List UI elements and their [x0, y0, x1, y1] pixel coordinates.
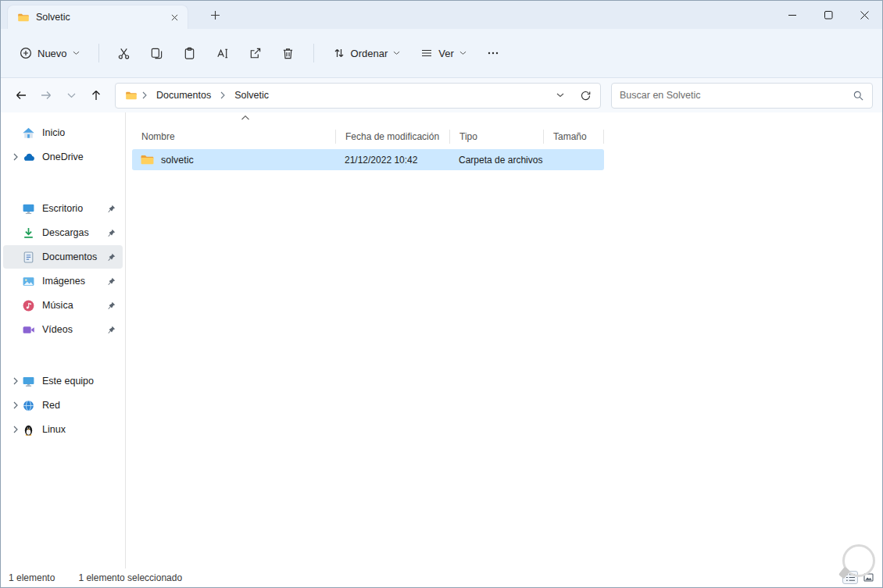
item-count: 1 elemento [9, 572, 55, 583]
music-icon [22, 299, 35, 312]
column-header-fecha[interactable]: Fecha de modificación [335, 130, 449, 144]
sidebar-item-este-equipo[interactable]: Este equipo [3, 369, 123, 393]
chevron-right-icon[interactable] [9, 401, 22, 409]
trash-icon [281, 47, 295, 60]
file-row-solvetic[interactable]: solvetic 21/12/2022 10:42 Carpeta de arc… [132, 149, 604, 170]
sidebar-item-videos[interactable]: Vídeos [3, 318, 123, 341]
address-bar: Documentos Solvetic [1, 78, 882, 112]
sidebar-group-gap [1, 169, 125, 196]
download-icon [22, 226, 35, 240]
view-list-icon [420, 47, 433, 59]
column-header-nombre[interactable]: Nombre [132, 130, 335, 144]
sort-button[interactable]: Ordenar [325, 40, 409, 66]
desktop-icon [22, 202, 35, 216]
maximize-icon [824, 11, 833, 20]
document-icon [22, 251, 35, 264]
sidebar-item-documentos[interactable]: Documentos [3, 245, 123, 269]
minimize-button[interactable] [774, 1, 810, 29]
sidebar-group-gap [1, 342, 125, 369]
up-button[interactable] [85, 84, 107, 106]
forward-button[interactable] [35, 84, 57, 106]
pictures-icon [22, 275, 35, 288]
pin-icon [107, 326, 116, 334]
breadcrumb-item-solvetic[interactable]: Solvetic [230, 87, 273, 103]
linux-tux-icon [22, 423, 35, 437]
maximize-button[interactable] [810, 1, 846, 29]
sort-button-label: Ordenar [351, 48, 388, 59]
breadcrumb-item-documentos[interactable]: Documentos [152, 87, 216, 103]
toolbar-divider [313, 44, 314, 62]
sidebar-item-linux[interactable]: Linux [3, 418, 123, 441]
file-type: Carpeta de archivos [449, 155, 543, 166]
new-button-label: Nuevo [38, 48, 67, 59]
network-globe-icon [22, 399, 35, 412]
chevron-right-icon[interactable] [9, 153, 22, 161]
chevron-right-icon[interactable] [9, 426, 22, 433]
refresh-icon [580, 90, 592, 102]
computer-icon [22, 375, 35, 388]
rename-button[interactable] [209, 40, 237, 66]
title-bar: Solvetic [1, 1, 882, 29]
large-icons-view-button[interactable] [860, 571, 876, 584]
sidebar-item-escritorio[interactable]: Escritorio [3, 197, 123, 220]
cut-button[interactable] [110, 40, 138, 66]
chevron-right-icon[interactable] [9, 377, 22, 385]
command-bar: Nuevo [1, 29, 882, 78]
search-input[interactable] [620, 90, 853, 101]
search-icon [853, 90, 864, 102]
rename-icon [216, 47, 229, 60]
sidebar-item-descargas[interactable]: Descargas [3, 221, 123, 244]
file-date: 21/12/2022 10:42 [335, 155, 449, 166]
back-button[interactable] [10, 84, 32, 106]
pin-icon [107, 205, 116, 213]
tab-title: Solvetic [36, 12, 161, 23]
sidebar-item-red[interactable]: Red [3, 394, 123, 417]
ellipsis-icon [487, 47, 499, 59]
more-options-button[interactable] [479, 40, 507, 66]
column-header-tamano[interactable]: Tamaño [543, 130, 604, 144]
selection-count: 1 elemento seleccionado [78, 572, 182, 583]
close-icon [860, 11, 869, 20]
explorer-tab[interactable]: Solvetic [7, 5, 188, 29]
breadcrumb[interactable]: Documentos Solvetic [115, 83, 601, 109]
sidebar-item-imagenes[interactable]: Imágenes [3, 269, 123, 293]
file-explorer-window: Solvetic [0, 0, 883, 588]
pin-icon [107, 301, 116, 310]
sidebar-item-onedrive[interactable]: OneDrive [3, 145, 123, 169]
explorer-body: Inicio OneDrive Escritorio [1, 112, 882, 570]
new-button[interactable]: Nuevo [12, 40, 88, 66]
navigation-pane: Inicio OneDrive Escritorio [1, 112, 126, 570]
recent-locations-button[interactable] [60, 84, 82, 106]
close-button[interactable] [846, 1, 882, 29]
chevron-down-icon [556, 93, 564, 98]
view-button[interactable]: Ver [413, 40, 474, 66]
pin-icon [107, 229, 116, 237]
minimize-icon [788, 11, 797, 20]
address-dropdown-button[interactable] [550, 85, 570, 105]
chevron-right-icon [220, 91, 225, 99]
refresh-button[interactable] [575, 85, 595, 105]
details-view-button[interactable] [842, 571, 858, 584]
arrow-right-icon [40, 89, 52, 102]
copy-button[interactable] [143, 40, 171, 66]
arrow-up-icon [90, 89, 102, 102]
sidebar-item-inicio[interactable]: Inicio [3, 121, 123, 144]
file-name: solvetic [161, 155, 194, 166]
delete-button[interactable] [274, 40, 302, 66]
plus-icon [211, 11, 220, 20]
video-icon [22, 323, 35, 337]
sort-arrows-icon [333, 47, 345, 59]
tab-close-button[interactable] [167, 10, 181, 24]
new-tab-button[interactable] [206, 5, 224, 24]
pin-icon [107, 253, 116, 262]
share-button[interactable] [241, 40, 270, 66]
search-box [611, 83, 873, 109]
folder-icon [17, 12, 30, 23]
paste-button[interactable] [176, 40, 204, 66]
large-icons-view-icon [863, 573, 874, 582]
pin-icon [107, 277, 116, 286]
sort-ascending-caret-icon[interactable] [241, 115, 250, 120]
column-header-tipo[interactable]: Tipo [449, 130, 543, 144]
sidebar-item-musica[interactable]: Música [3, 294, 123, 317]
chevron-down-icon [459, 51, 467, 55]
